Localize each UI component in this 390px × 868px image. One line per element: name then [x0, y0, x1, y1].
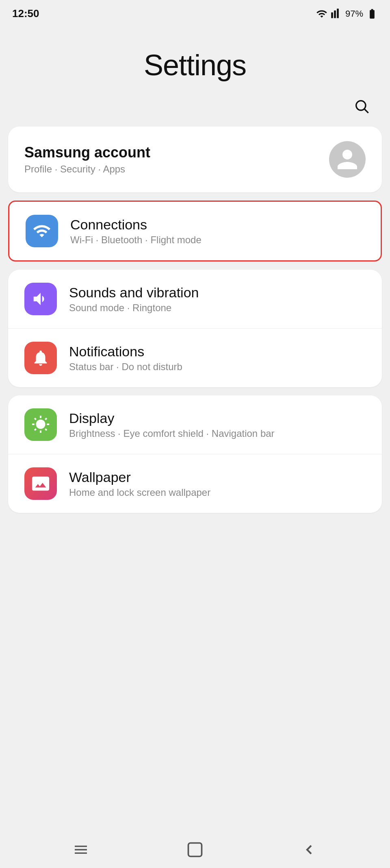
bottom-nav: [0, 831, 390, 868]
connections-card[interactable]: Connections Wi-Fi · Bluetooth · Flight m…: [8, 201, 382, 262]
search-row: [0, 90, 390, 126]
battery-icon: [366, 8, 378, 20]
samsung-account-subtitle: Profile · Security · Apps: [24, 164, 329, 175]
notifications-subtitle: Status bar · Do not disturb: [69, 361, 366, 373]
display-text: Display Brightness · Eye comfort shield …: [69, 410, 366, 439]
connections-subtitle: Wi-Fi · Bluetooth · Flight mode: [70, 234, 364, 246]
sounds-text: Sounds and vibration Sound mode · Ringto…: [69, 285, 366, 314]
sounds-title: Sounds and vibration: [69, 285, 366, 301]
search-button[interactable]: [349, 94, 374, 118]
avatar: [329, 141, 366, 178]
samsung-account-card[interactable]: Samsung account Profile · Security · App…: [8, 126, 382, 192]
samsung-account-info: Samsung account Profile · Security · App…: [24, 144, 329, 175]
samsung-account-title: Samsung account: [24, 144, 329, 161]
wifi-settings-icon: [32, 222, 51, 240]
back-button[interactable]: [289, 837, 329, 862]
display-icon-bg: [24, 408, 57, 441]
notifications-icon-bg: [24, 342, 57, 374]
notifications-text: Notifications Status bar · Do not distur…: [69, 344, 366, 373]
search-icon: [353, 98, 370, 114]
display-subtitle: Brightness · Eye comfort shield · Naviga…: [69, 428, 366, 439]
svg-rect-2: [188, 843, 202, 857]
wifi-icon: [316, 8, 327, 20]
sounds-icon-bg: [24, 283, 57, 315]
avatar-icon: [335, 147, 360, 172]
connections-icon-bg: [26, 215, 58, 247]
connections-item[interactable]: Connections Wi-Fi · Bluetooth · Flight m…: [9, 202, 381, 260]
signal-icon: [331, 8, 342, 20]
sounds-subtitle: Sound mode · Ringtone: [69, 302, 366, 314]
status-bar: 12:50 97%: [0, 0, 390, 24]
wallpaper-item[interactable]: Wallpaper Home and lock screen wallpaper: [8, 454, 382, 513]
header-area: Settings: [0, 24, 390, 90]
connections-text: Connections Wi-Fi · Bluetooth · Flight m…: [70, 217, 364, 246]
recents-icon: [73, 842, 89, 858]
sounds-notifications-card: Sounds and vibration Sound mode · Ringto…: [8, 270, 382, 387]
display-wallpaper-card: Display Brightness · Eye comfort shield …: [8, 395, 382, 513]
battery-text: 97%: [345, 9, 363, 19]
notifications-item[interactable]: Notifications Status bar · Do not distur…: [8, 329, 382, 387]
recents-button[interactable]: [61, 837, 101, 862]
page-title: Settings: [16, 48, 374, 82]
wallpaper-icon: [31, 474, 50, 493]
volume-icon: [31, 290, 50, 308]
samsung-account-item[interactable]: Samsung account Profile · Security · App…: [8, 126, 382, 192]
display-item[interactable]: Display Brightness · Eye comfort shield …: [8, 395, 382, 454]
notifications-title: Notifications: [69, 344, 366, 360]
status-icons: 97%: [316, 8, 378, 20]
wallpaper-text: Wallpaper Home and lock screen wallpaper: [69, 469, 366, 498]
notifications-icon: [31, 349, 50, 367]
back-icon: [301, 842, 317, 858]
status-time: 12:50: [12, 7, 39, 20]
wallpaper-subtitle: Home and lock screen wallpaper: [69, 487, 366, 498]
sounds-vibration-item[interactable]: Sounds and vibration Sound mode · Ringto…: [8, 270, 382, 329]
wallpaper-icon-bg: [24, 467, 57, 500]
svg-line-1: [365, 109, 368, 113]
home-icon: [186, 841, 204, 859]
wallpaper-title: Wallpaper: [69, 469, 366, 485]
svg-point-0: [356, 101, 366, 110]
connections-title: Connections: [70, 217, 364, 233]
home-button[interactable]: [174, 837, 216, 863]
display-title: Display: [69, 410, 366, 426]
display-icon: [31, 415, 50, 434]
